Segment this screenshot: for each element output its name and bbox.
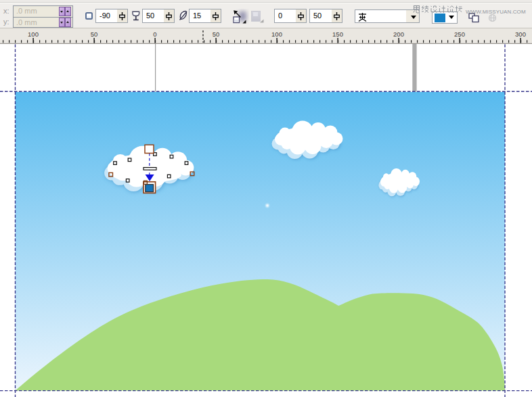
svg-text:100: 100: [28, 30, 39, 38]
svg-text:50: 50: [213, 30, 220, 38]
svg-text:200: 200: [393, 30, 404, 38]
svg-text:300: 300: [515, 30, 526, 38]
svg-text:50: 50: [91, 30, 98, 38]
svg-text:0: 0: [153, 30, 156, 38]
svg-text:150: 150: [332, 30, 343, 38]
svg-text:100: 100: [271, 30, 282, 38]
svg-text:250: 250: [454, 30, 465, 38]
